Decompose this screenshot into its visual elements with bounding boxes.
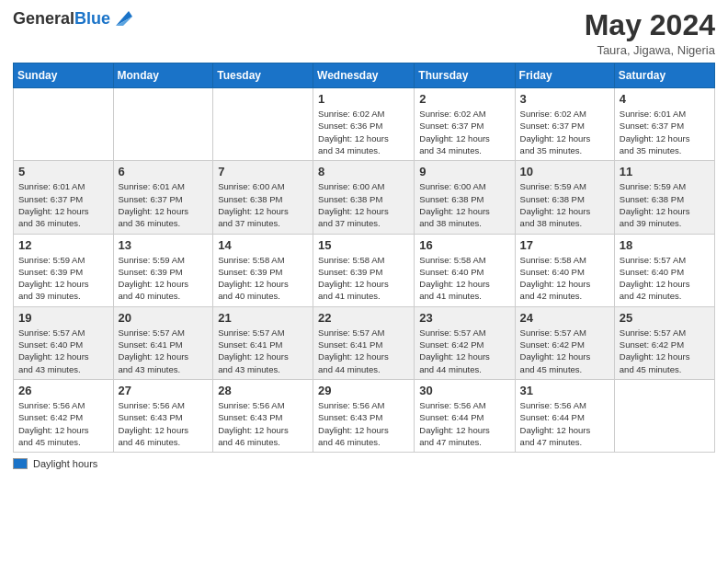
header-monday: Monday [113,63,213,88]
day-number: 29 [318,384,409,397]
calendar-week-3: 12Sunrise: 5:59 AM Sunset: 6:39 PM Dayli… [14,234,715,306]
table-cell: 22Sunrise: 5:57 AM Sunset: 6:41 PM Dayli… [313,306,415,379]
day-number: 4 [620,92,710,106]
header-thursday: Thursday [415,63,515,88]
table-cell: 11Sunrise: 5:59 AM Sunset: 6:38 PM Dayli… [614,161,714,234]
day-number: 7 [218,165,308,178]
day-info: Sunrise: 5:59 AM Sunset: 6:39 PM Dayligh… [18,254,108,303]
day-number: 20 [119,311,209,325]
day-number: 22 [318,311,409,325]
table-cell: 18Sunrise: 5:57 AM Sunset: 6:40 PM Dayli… [614,234,714,306]
day-info: Sunrise: 5:56 AM Sunset: 6:44 PM Dayligh… [419,399,509,448]
day-info: Sunrise: 5:58 AM Sunset: 6:39 PM Dayligh… [318,254,409,303]
day-number: 16 [419,238,509,252]
day-number: 30 [419,384,509,397]
table-cell: 13Sunrise: 5:59 AM Sunset: 6:39 PM Dayli… [113,234,213,306]
day-number: 1 [318,92,409,106]
day-number: 14 [218,238,308,252]
day-number: 18 [620,238,710,252]
table-cell: 17Sunrise: 5:58 AM Sunset: 6:40 PM Dayli… [515,234,614,306]
day-info: Sunrise: 5:59 AM Sunset: 6:39 PM Dayligh… [119,254,209,303]
day-number: 15 [318,238,409,252]
header-tuesday: Tuesday [213,63,313,88]
header-wednesday: Wednesday [313,63,415,88]
table-cell [213,88,313,161]
table-cell: 29Sunrise: 5:56 AM Sunset: 6:43 PM Dayli… [313,379,415,452]
day-number: 12 [18,238,108,252]
day-info: Sunrise: 6:02 AM Sunset: 6:37 PM Dayligh… [520,108,609,156]
calendar-week-5: 26Sunrise: 5:56 AM Sunset: 6:42 PM Dayli… [14,379,715,452]
day-number: 8 [318,165,409,178]
table-cell: 28Sunrise: 5:56 AM Sunset: 6:43 PM Dayli… [213,379,313,452]
day-info: Sunrise: 6:01 AM Sunset: 6:37 PM Dayligh… [119,180,209,229]
day-info: Sunrise: 6:01 AM Sunset: 6:37 PM Dayligh… [620,108,710,156]
day-info: Sunrise: 6:00 AM Sunset: 6:38 PM Dayligh… [419,180,509,229]
table-cell: 20Sunrise: 5:57 AM Sunset: 6:41 PM Dayli… [113,306,213,379]
page: GeneralBlue May 2024 Taura, Jigawa, Nige… [0,0,728,563]
table-cell: 7Sunrise: 6:00 AM Sunset: 6:38 PM Daylig… [213,161,313,234]
table-cell: 6Sunrise: 6:01 AM Sunset: 6:37 PM Daylig… [113,161,213,234]
table-cell: 19Sunrise: 5:57 AM Sunset: 6:40 PM Dayli… [14,306,114,379]
table-cell [113,88,213,161]
legend: Daylight hours [13,458,715,469]
table-cell: 12Sunrise: 5:59 AM Sunset: 6:39 PM Dayli… [14,234,114,306]
table-cell: 9Sunrise: 6:00 AM Sunset: 6:38 PM Daylig… [415,161,515,234]
title-block: May 2024 Taura, Jigawa, Nigeria [585,9,715,57]
day-number: 10 [520,165,609,178]
day-info: Sunrise: 5:58 AM Sunset: 6:40 PM Dayligh… [520,254,609,303]
day-info: Sunrise: 5:56 AM Sunset: 6:43 PM Dayligh… [119,399,209,448]
day-info: Sunrise: 6:00 AM Sunset: 6:38 PM Dayligh… [318,180,409,229]
calendar-week-4: 19Sunrise: 5:57 AM Sunset: 6:40 PM Dayli… [14,306,715,379]
header: GeneralBlue May 2024 Taura, Jigawa, Nige… [13,9,715,57]
calendar-table: Sunday Monday Tuesday Wednesday Thursday… [13,63,715,453]
day-number: 6 [119,165,209,178]
table-cell: 4Sunrise: 6:01 AM Sunset: 6:37 PM Daylig… [614,88,714,161]
day-number: 31 [520,384,609,397]
table-cell: 26Sunrise: 5:56 AM Sunset: 6:42 PM Dayli… [14,379,114,452]
day-info: Sunrise: 5:56 AM Sunset: 6:44 PM Dayligh… [520,399,609,448]
calendar-week-1: 1Sunrise: 6:02 AM Sunset: 6:36 PM Daylig… [14,88,715,161]
day-number: 28 [218,384,308,397]
table-cell: 27Sunrise: 5:56 AM Sunset: 6:43 PM Dayli… [113,379,213,452]
calendar-header-row: Sunday Monday Tuesday Wednesday Thursday… [14,63,715,88]
day-number: 24 [520,311,609,325]
table-cell: 14Sunrise: 5:58 AM Sunset: 6:39 PM Dayli… [213,234,313,306]
day-number: 3 [520,92,609,106]
table-cell [14,88,114,161]
header-sunday: Sunday [14,63,114,88]
day-info: Sunrise: 5:59 AM Sunset: 6:38 PM Dayligh… [620,180,710,229]
table-cell: 2Sunrise: 6:02 AM Sunset: 6:37 PM Daylig… [415,88,515,161]
day-number: 11 [620,165,710,178]
calendar-week-2: 5Sunrise: 6:01 AM Sunset: 6:37 PM Daylig… [14,161,715,234]
day-info: Sunrise: 5:56 AM Sunset: 6:43 PM Dayligh… [218,399,308,448]
day-info: Sunrise: 6:02 AM Sunset: 6:37 PM Dayligh… [419,108,509,156]
header-friday: Friday [515,63,614,88]
day-info: Sunrise: 5:59 AM Sunset: 6:38 PM Dayligh… [520,180,609,229]
day-info: Sunrise: 5:57 AM Sunset: 6:41 PM Dayligh… [218,327,308,375]
day-number: 21 [218,311,308,325]
day-info: Sunrise: 6:02 AM Sunset: 6:36 PM Dayligh… [318,108,409,156]
table-cell: 23Sunrise: 5:57 AM Sunset: 6:42 PM Dayli… [415,306,515,379]
table-cell: 15Sunrise: 5:58 AM Sunset: 6:39 PM Dayli… [313,234,415,306]
day-info: Sunrise: 6:00 AM Sunset: 6:38 PM Dayligh… [218,180,308,229]
day-number: 19 [18,311,108,325]
day-info: Sunrise: 5:57 AM Sunset: 6:42 PM Dayligh… [520,327,609,375]
table-cell: 21Sunrise: 5:57 AM Sunset: 6:41 PM Dayli… [213,306,313,379]
month-title: May 2024 [585,9,715,41]
logo-general: General [13,9,74,28]
day-info: Sunrise: 5:57 AM Sunset: 6:40 PM Dayligh… [18,327,108,375]
table-cell: 16Sunrise: 5:58 AM Sunset: 6:40 PM Dayli… [415,234,515,306]
day-number: 2 [419,92,509,106]
day-info: Sunrise: 6:01 AM Sunset: 6:37 PM Dayligh… [18,180,108,229]
logo-text: GeneralBlue [13,10,110,29]
table-cell: 10Sunrise: 5:59 AM Sunset: 6:38 PM Dayli… [515,161,614,234]
location: Taura, Jigawa, Nigeria [585,43,715,57]
day-info: Sunrise: 5:57 AM Sunset: 6:41 PM Dayligh… [318,327,409,375]
logo-icon [112,9,132,29]
table-cell: 5Sunrise: 6:01 AM Sunset: 6:37 PM Daylig… [14,161,114,234]
table-cell: 31Sunrise: 5:56 AM Sunset: 6:44 PM Dayli… [515,379,614,452]
day-info: Sunrise: 5:57 AM Sunset: 6:41 PM Dayligh… [119,327,209,375]
table-cell: 3Sunrise: 6:02 AM Sunset: 6:37 PM Daylig… [515,88,614,161]
day-info: Sunrise: 5:58 AM Sunset: 6:39 PM Dayligh… [218,254,308,303]
day-number: 23 [419,311,509,325]
